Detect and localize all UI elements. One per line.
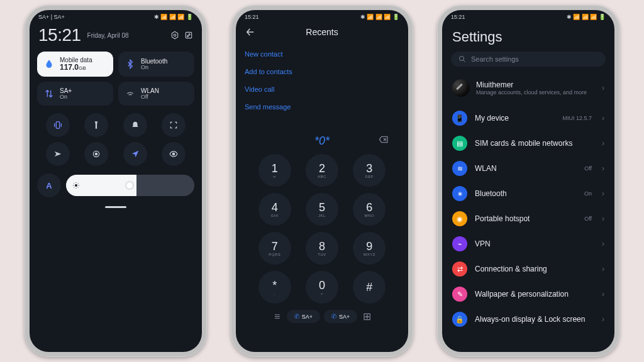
settings-title: Settings — [442, 21, 614, 52]
key-number: 3 — [366, 163, 372, 174]
settings-item[interactable]: ⌁VPN› — [442, 231, 614, 256]
chevron-right-icon: › — [602, 239, 604, 248]
key-number: 9 — [366, 241, 372, 252]
status-bar: 15:21 ✱ 📶 📶 📶 🔋 — [442, 10, 614, 21]
phone-mockup-settings: 15:21 ✱ 📶 📶 📶 🔋 Settings Search settings… — [437, 5, 619, 357]
key-letters: WXYZ — [364, 253, 375, 256]
call-sim1-button[interactable]: ✆SA+ — [287, 310, 320, 323]
eye-toggle[interactable] — [162, 142, 186, 166]
keypad-4[interactable]: 4GHI — [258, 193, 291, 226]
settings-item-icon: ▤ — [452, 136, 467, 151]
dark-mode-toggle[interactable] — [84, 142, 108, 166]
profile-name: Miuithemer — [476, 80, 593, 89]
keypad-0[interactable]: 0+ — [306, 271, 338, 304]
keypad-2[interactable]: 2ABC — [306, 154, 338, 187]
key-letters: MNO — [365, 214, 375, 217]
vibrate-toggle[interactable] — [46, 113, 70, 137]
settings-item[interactable]: ∗BluetoothOn› — [442, 181, 614, 206]
chevron-right-icon: › — [602, 139, 604, 148]
search-icon — [458, 55, 466, 63]
settings-item-label: Portable hotspot — [475, 214, 577, 223]
settings-item-state: Off — [584, 216, 592, 222]
keypad-1[interactable]: 1∞ — [258, 154, 291, 187]
screenshot-toggle[interactable] — [162, 113, 186, 137]
call-sim2-button[interactable]: ✆SA+ — [324, 310, 357, 323]
settings-item[interactable]: ✎Wallpaper & personalization› — [442, 282, 614, 307]
key-number: 0 — [319, 280, 325, 291]
settings-item-label: Wallpaper & personalization — [475, 290, 592, 299]
settings-item-label: SIM cards & mobile networks — [475, 139, 592, 148]
settings-item-icon: ◉ — [452, 211, 467, 226]
settings-hex-icon[interactable] — [170, 31, 179, 40]
settings-item-icon: ⌁ — [452, 236, 467, 251]
key-number: 4 — [272, 202, 278, 213]
mobile-data-tile[interactable]: Mobile data 117.0GB — [37, 52, 113, 77]
keypad-*[interactable]: *, — [258, 271, 291, 304]
signal-exchange-icon — [42, 87, 56, 101]
add-to-contacts-link[interactable]: Add to contacts — [245, 63, 399, 80]
sa-tile[interactable]: SA+ On — [37, 82, 113, 106]
backspace-icon[interactable] — [378, 134, 389, 146]
settings-item-icon: ∗ — [452, 186, 467, 201]
airplane-toggle[interactable] — [46, 142, 70, 166]
key-letters: TUV — [318, 253, 326, 256]
settings-item[interactable]: ▤SIM cards & mobile networks› — [442, 131, 614, 156]
chevron-right-icon: › — [602, 164, 604, 173]
settings-item-icon: 📱 — [452, 111, 467, 126]
keypad-#[interactable]: # — [353, 271, 386, 304]
status-icons: ✱ 📶 📶 📶 🔋 — [154, 14, 193, 20]
brightness-slider[interactable] — [66, 175, 194, 196]
key-number: 8 — [319, 241, 325, 252]
phone-icon: ✆ — [331, 313, 336, 320]
auto-brightness-toggle[interactable]: A — [37, 173, 61, 197]
bluetooth-tile[interactable]: Bluetooth On — [118, 52, 194, 77]
keypad-9[interactable]: 9WXYZ — [353, 232, 386, 265]
settings-item-label: Bluetooth — [475, 189, 577, 198]
keypad-5[interactable]: 5JKL — [306, 193, 338, 226]
settings-item[interactable]: ⇄Connection & sharing› — [442, 256, 614, 282]
key-number: 5 — [319, 202, 325, 213]
phone-mockup-dialer: 15:21 ✱ 📶 📶 📶 🔋 Recents New contact Add … — [231, 5, 413, 357]
key-number: 6 — [366, 202, 372, 213]
video-call-link[interactable]: Video call — [245, 80, 399, 98]
droplet-icon — [42, 57, 56, 71]
svg-point-4 — [96, 153, 98, 155]
keypad-7[interactable]: 7PQRS — [258, 232, 291, 265]
settings-item-label: Connection & sharing — [475, 265, 592, 273]
phone-mockup-control-center: SA+ | SA+ ✱ 📶 📶 📶 🔋 15:21 Friday, April … — [25, 5, 207, 357]
recents-title: Recents — [245, 27, 399, 37]
keypad-3[interactable]: 3DEF — [353, 154, 386, 187]
settings-item[interactable]: 📱My deviceMIUI 12.5.7› — [442, 106, 614, 131]
chevron-right-icon: › — [602, 114, 604, 123]
wifi-icon — [123, 87, 137, 101]
new-contact-link[interactable]: New contact — [245, 45, 399, 63]
key-number: # — [366, 282, 372, 293]
edit-icon[interactable] — [184, 31, 193, 40]
settings-item-icon: ⇄ — [452, 261, 467, 277]
settings-item[interactable]: ≋WLANOff› — [442, 156, 614, 181]
bluetooth-label: Bluetooth — [141, 58, 167, 65]
keypad-8[interactable]: 8TUV — [306, 232, 338, 265]
status-bar: SA+ | SA+ ✱ 📶 📶 📶 🔋 — [30, 10, 202, 21]
key-number: 1 — [272, 163, 278, 174]
keypad-6[interactable]: 6MNO — [353, 193, 386, 226]
brightness-icon — [72, 182, 80, 189]
key-number: 2 — [319, 163, 325, 174]
dialpad-grid-icon[interactable]: ⊞ — [361, 311, 372, 322]
clock-date: Friday, April 08 — [87, 32, 165, 39]
status-time: 15:21 — [245, 14, 259, 20]
settings-item-label: Always-on display & Lock screen — [475, 315, 592, 324]
settings-item[interactable]: ◉Portable hotspotOff› — [442, 206, 614, 231]
flashlight-toggle[interactable] — [84, 113, 108, 137]
profile-row[interactable]: Miuithemer Manage accounts, cloud servic… — [442, 73, 614, 106]
bell-toggle[interactable] — [123, 113, 147, 137]
wlan-tile[interactable]: WLAN Off — [118, 82, 194, 106]
settings-item[interactable]: 🔒Always-on display & Lock screen› — [442, 307, 614, 332]
key-letters: + — [321, 292, 323, 295]
menu-icon[interactable]: ≡ — [272, 311, 283, 322]
chevron-right-icon: › — [602, 214, 604, 223]
search-input[interactable]: Search settings — [451, 52, 606, 67]
key-letters: GHI — [271, 214, 279, 217]
send-message-link[interactable]: Send message — [245, 98, 399, 116]
location-toggle[interactable] — [123, 142, 147, 166]
